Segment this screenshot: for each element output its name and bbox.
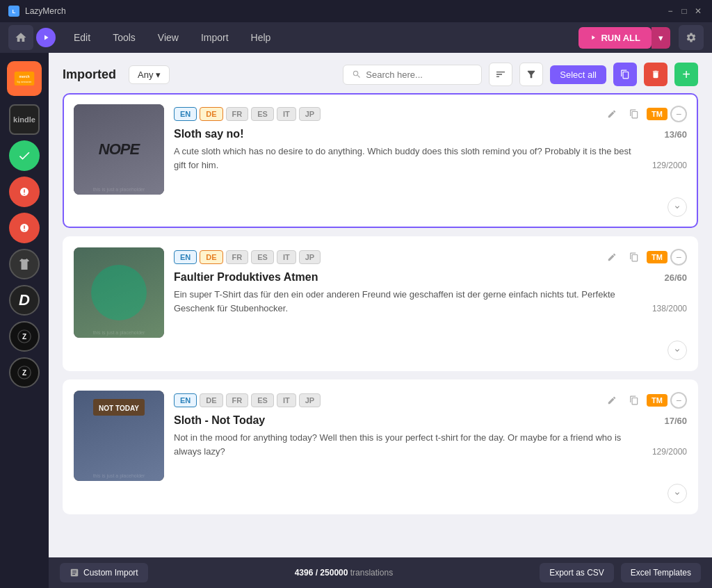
copy-icon[interactable] bbox=[624, 391, 644, 410]
menu-edit[interactable]: Edit bbox=[64, 28, 100, 47]
item-title-text: Sloth say no! bbox=[174, 128, 243, 140]
lang-fr[interactable]: FR bbox=[226, 107, 249, 121]
title-count: 17/60 bbox=[664, 416, 687, 426]
sidebar-item-merch-amazon[interactable]: merch by amazon bbox=[7, 61, 42, 96]
sort-button[interactable] bbox=[489, 63, 512, 86]
search-input[interactable] bbox=[366, 70, 463, 80]
settings-button[interactable] bbox=[679, 25, 704, 50]
nav-circle-button[interactable] bbox=[36, 28, 56, 47]
item-description: Not in the mood for anything today? Well… bbox=[174, 431, 644, 458]
lang-es[interactable]: ES bbox=[251, 250, 274, 264]
menu-bar: Edit Tools View Import Help RUN ALL ▾ bbox=[0, 22, 712, 53]
close-button[interactable]: ✕ bbox=[693, 6, 704, 17]
export-csv-button[interactable]: Export as CSV bbox=[540, 563, 614, 582]
menu-import[interactable]: Import bbox=[191, 28, 238, 47]
remove-button[interactable]: − bbox=[670, 392, 687, 409]
run-all-button[interactable]: RUN ALL bbox=[578, 27, 652, 49]
title-count: 26/60 bbox=[664, 272, 687, 283]
sidebar-item-kindle[interactable]: kindle bbox=[9, 104, 40, 135]
sidebar-item-red1[interactable] bbox=[9, 177, 40, 207]
custom-import-button[interactable]: Custom Import bbox=[60, 563, 148, 582]
item-thumbnail: NOT TODAY this is just a placeholder bbox=[74, 391, 164, 481]
excel-templates-button[interactable]: Excel Templates bbox=[621, 563, 701, 582]
sidebar-item-zazzle2[interactable]: Z bbox=[9, 357, 40, 388]
lang-it[interactable]: IT bbox=[277, 393, 296, 407]
copy-icon[interactable] bbox=[624, 247, 644, 267]
sidebar: merch by amazon kindle D Z bbox=[0, 53, 49, 588]
lang-de[interactable]: DE bbox=[200, 250, 222, 264]
item-thumbnail: NOPE this is just a placeholder bbox=[74, 104, 164, 195]
content-toolbar: Imported Any ▾ Select all bbox=[49, 53, 712, 93]
list-item: NOPE this is just a placeholder EN DE FR… bbox=[63, 93, 698, 228]
lang-de[interactable]: DE bbox=[200, 393, 222, 407]
sidebar-item-tshirt[interactable] bbox=[9, 249, 40, 279]
select-all-button[interactable]: Select all bbox=[550, 65, 606, 84]
lang-it[interactable]: IT bbox=[277, 250, 296, 264]
add-button[interactable]: + bbox=[674, 63, 698, 86]
delete-button[interactable] bbox=[644, 63, 668, 86]
lang-en[interactable]: EN bbox=[174, 107, 197, 121]
language-row: EN DE FR ES IT JP bbox=[174, 391, 687, 410]
filter-button[interactable] bbox=[519, 63, 543, 86]
svg-rect-7 bbox=[24, 225, 25, 229]
bottom-bar: Custom Import 4396 / 250000 translations… bbox=[49, 557, 712, 588]
content-area: Imported Any ▾ Select all bbox=[49, 53, 712, 588]
svg-point-5 bbox=[24, 194, 25, 195]
remove-button[interactable]: − bbox=[670, 249, 687, 266]
sidebar-item-green[interactable] bbox=[9, 140, 40, 171]
language-row: EN DE FR ES IT JP bbox=[174, 104, 687, 124]
lang-jp[interactable]: JP bbox=[299, 107, 321, 121]
maximize-button[interactable]: □ bbox=[679, 6, 690, 17]
title-count: 13/60 bbox=[664, 129, 687, 140]
tm-badge: TM bbox=[647, 394, 668, 407]
menu-view[interactable]: View bbox=[148, 28, 188, 47]
lang-es[interactable]: ES bbox=[251, 393, 274, 407]
svg-text:Z: Z bbox=[22, 333, 26, 341]
lang-jp[interactable]: JP bbox=[299, 250, 321, 264]
desc-count: 129/2000 bbox=[652, 159, 687, 172]
lang-it[interactable]: IT bbox=[277, 107, 296, 121]
remove-button[interactable]: − bbox=[670, 106, 687, 122]
title-bar: L LazyMerch − □ ✕ bbox=[0, 0, 712, 22]
run-all-dropdown-button[interactable]: ▾ bbox=[652, 27, 670, 49]
lang-en[interactable]: EN bbox=[174, 250, 197, 264]
expand-button[interactable] bbox=[668, 484, 687, 503]
expand-button[interactable] bbox=[668, 341, 687, 360]
edit-icon[interactable] bbox=[602, 247, 622, 267]
svg-point-8 bbox=[24, 230, 25, 231]
expand-button[interactable] bbox=[668, 197, 687, 217]
lang-fr[interactable]: FR bbox=[226, 393, 249, 407]
language-row: EN DE FR ES IT JP bbox=[174, 247, 687, 267]
app-title: LazyMerch bbox=[25, 6, 66, 16]
item-thumbnail: this is just a placeholder bbox=[74, 247, 164, 338]
item-title-text: Faultier Produktives Atmen bbox=[174, 271, 318, 284]
lang-jp[interactable]: JP bbox=[299, 393, 321, 407]
menu-help[interactable]: Help bbox=[241, 28, 281, 47]
tm-badge: TM bbox=[647, 108, 668, 120]
sidebar-item-d[interactable]: D bbox=[9, 285, 40, 316]
items-list: NOPE this is just a placeholder EN DE FR… bbox=[49, 93, 712, 557]
desc-count: 129/2000 bbox=[652, 446, 687, 458]
minimize-button[interactable]: − bbox=[665, 6, 676, 17]
list-item: NOT TODAY this is just a placeholder EN … bbox=[63, 379, 698, 514]
sidebar-item-zazzle1[interactable]: Z bbox=[9, 321, 40, 352]
menu-tools[interactable]: Tools bbox=[103, 28, 145, 47]
desc-count: 138/2000 bbox=[652, 302, 687, 315]
lang-es[interactable]: ES bbox=[251, 107, 274, 121]
svg-rect-4 bbox=[24, 189, 25, 193]
item-description: A cute sloth which has no desire to do a… bbox=[174, 145, 644, 172]
lang-de[interactable]: DE bbox=[200, 107, 222, 121]
app-logo: L bbox=[8, 6, 19, 17]
filter-dropdown[interactable]: Any ▾ bbox=[129, 65, 170, 84]
tm-badge: TM bbox=[647, 251, 668, 263]
lang-fr[interactable]: FR bbox=[226, 250, 249, 264]
copy-button[interactable] bbox=[613, 63, 637, 86]
edit-icon[interactable] bbox=[602, 391, 622, 410]
list-item: this is just a placeholder EN DE FR ES I… bbox=[63, 236, 698, 371]
edit-icon[interactable] bbox=[602, 104, 622, 124]
sidebar-item-red2[interactable] bbox=[9, 213, 40, 243]
copy-icon[interactable] bbox=[624, 104, 644, 124]
home-button[interactable] bbox=[8, 25, 33, 50]
search-box[interactable] bbox=[343, 65, 482, 85]
lang-en[interactable]: EN bbox=[174, 393, 197, 407]
